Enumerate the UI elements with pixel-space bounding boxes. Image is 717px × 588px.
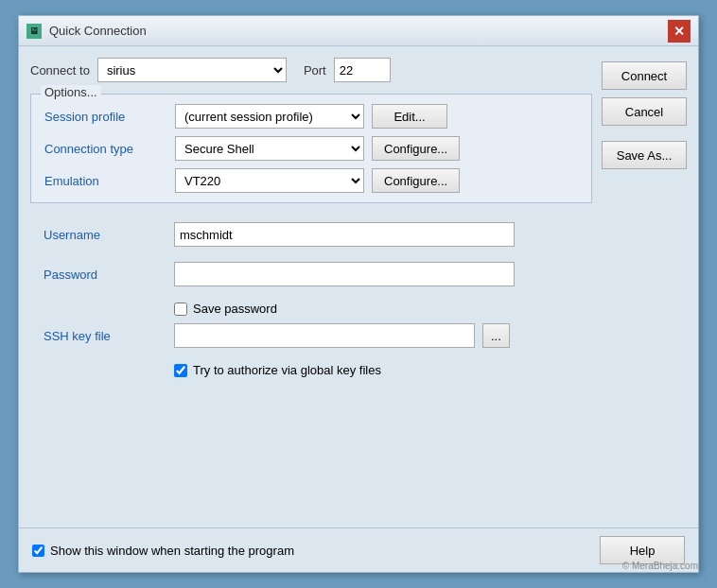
- title-bar: 🖥 Quick Connection ✕: [19, 16, 698, 46]
- footer-right: © MeraBheja.com Help: [600, 536, 685, 564]
- options-label: Options...: [41, 85, 101, 99]
- password-label: Password: [44, 268, 166, 282]
- browse-button[interactable]: ...: [482, 323, 510, 348]
- connection-type-select[interactable]: Secure Shell Telnet Rlogin Raw: [175, 136, 364, 161]
- emulation-row: Emulation VT220 VT100 ANSI Xterm Configu…: [44, 168, 578, 193]
- session-profile-select[interactable]: (current session profile): [175, 104, 364, 129]
- right-buttons: Connect Cancel Save As...: [602, 58, 687, 516]
- ssh-key-label: SSH key file: [44, 329, 166, 343]
- username-row: Username: [44, 222, 579, 247]
- cancel-button[interactable]: Cancel: [602, 97, 687, 126]
- connection-type-row: Connection type Secure Shell Telnet Rlog…: [44, 136, 578, 161]
- dialog-title: Quick Connection: [49, 24, 147, 38]
- session-profile-label: Session profile: [44, 110, 167, 124]
- configure-emulation-button[interactable]: Configure...: [372, 168, 460, 193]
- options-group: Options... Session profile (current sess…: [30, 94, 592, 203]
- save-password-label: Save password: [193, 302, 277, 316]
- try-authorize-row: Try to authorize via global key files: [44, 363, 579, 377]
- dialog-footer: Show this window when starting the progr…: [19, 527, 698, 572]
- configure-connection-button[interactable]: Configure...: [372, 136, 460, 161]
- quick-connection-dialog: 🖥 Quick Connection ✕ Connect to sirius P…: [18, 15, 699, 573]
- show-window-label: Show this window when starting the progr…: [50, 544, 294, 558]
- connect-to-label: Connect to: [30, 63, 90, 78]
- try-authorize-checkbox[interactable]: [174, 364, 187, 377]
- save-password-row: Save password: [44, 302, 579, 316]
- password-input[interactable]: [174, 262, 515, 286]
- emulation-select[interactable]: VT220 VT100 ANSI Xterm: [175, 168, 364, 193]
- edit-button[interactable]: Edit...: [372, 104, 447, 129]
- password-row: Password: [44, 262, 579, 286]
- close-button[interactable]: ✕: [668, 20, 691, 43]
- username-label: Username: [44, 228, 166, 242]
- port-input[interactable]: [334, 58, 391, 82]
- save-password-checkbox[interactable]: [174, 303, 187, 316]
- port-label: Port: [304, 63, 326, 78]
- title-bar-left: 🖥 Quick Connection: [26, 24, 169, 39]
- app-icon: 🖥: [26, 24, 42, 39]
- dialog-body: Connect to sirius Port Options... Sessio…: [19, 46, 698, 527]
- connect-to-select[interactable]: sirius: [97, 58, 287, 82]
- main-content: Connect to sirius Port Options... Sessio…: [30, 58, 592, 516]
- emulation-label: Emulation: [44, 174, 167, 188]
- save-as-button[interactable]: Save As...: [602, 141, 687, 169]
- ssh-key-row: SSH key file ...: [44, 323, 579, 348]
- connect-to-row: Connect to sirius Port: [30, 58, 592, 82]
- credentials-group: Username Password Save password SSH key …: [30, 213, 592, 387]
- ssh-key-input[interactable]: [174, 323, 475, 348]
- username-input[interactable]: [174, 222, 515, 247]
- connect-button[interactable]: Connect: [602, 61, 687, 90]
- session-profile-row: Session profile (current session profile…: [44, 104, 578, 129]
- show-window-checkbox[interactable]: [32, 545, 44, 557]
- watermark: © MeraBheja.com: [622, 561, 698, 571]
- try-authorize-label: Try to authorize via global key files: [193, 363, 381, 377]
- footer-left: Show this window when starting the progr…: [32, 544, 294, 558]
- connection-type-label: Connection type: [44, 142, 167, 156]
